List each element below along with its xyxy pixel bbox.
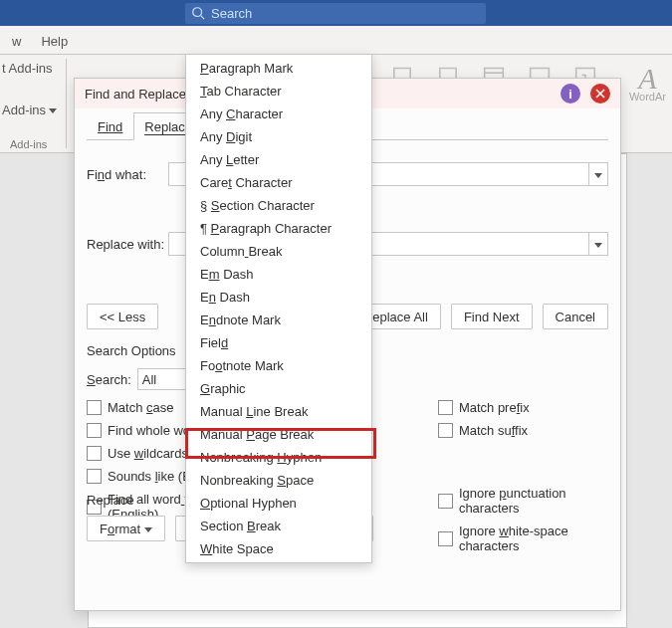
checkbox-label: Use wildcards (108, 446, 188, 461)
cancel-button[interactable]: Cancel (543, 304, 608, 329)
special-menu-item[interactable]: Manual Page Break (186, 423, 371, 446)
checkbox-icon (438, 400, 453, 415)
checkbox-icon (87, 400, 102, 415)
checkbox-label: Match case (108, 400, 173, 415)
special-menu-item[interactable]: § Section Character (186, 194, 371, 217)
special-menu-item[interactable]: Nonbreaking Hyphen (186, 446, 371, 469)
special-menu: Paragraph MarkTab CharacterAny Character… (185, 54, 372, 563)
chevron-down-icon[interactable] (588, 233, 607, 255)
special-menu-item[interactable]: Nonbreaking Space (186, 469, 371, 492)
checkbox-icon (87, 446, 102, 461)
search-box[interactable]: Search (185, 3, 486, 24)
special-menu-item[interactable]: Paragraph Mark (186, 57, 371, 80)
special-menu-item[interactable]: Field (186, 331, 371, 354)
checkbox-option[interactable]: Match suffix (438, 423, 608, 438)
ribbon-tab-strip: w Help (0, 26, 672, 55)
format-button[interactable]: Format (87, 516, 165, 541)
search-placeholder: Search (211, 6, 252, 21)
find-what-label: Find what: (87, 167, 168, 182)
special-menu-item[interactable]: Graphic (186, 377, 371, 400)
checkbox-icon (87, 423, 102, 438)
special-menu-item[interactable]: ¶ Paragraph Character (186, 217, 371, 240)
chevron-down-icon (144, 522, 152, 536)
special-menu-item[interactable]: Manual Line Break (186, 400, 371, 423)
special-menu-item[interactable]: Any Letter (186, 148, 371, 171)
svg-point-0 (193, 8, 202, 17)
search-direction-value: All (142, 372, 156, 387)
wordart-label: WordAr (629, 91, 666, 103)
ribbon-group-addins-label: Add-ins (0, 138, 47, 150)
checkbox-label: Match prefix (459, 400, 530, 415)
search-icon (191, 6, 205, 20)
replace-with-label: Replace with: (87, 237, 168, 252)
ribbon-tab-help[interactable]: Help (31, 29, 78, 54)
special-menu-item[interactable]: Em Dash (186, 263, 371, 286)
wordart-button[interactable]: A WordAr (629, 67, 666, 103)
special-menu-item[interactable]: Optional Hyphen (186, 492, 371, 515)
format-button-label: Format (100, 522, 140, 536)
special-menu-item[interactable]: Section Break (186, 515, 371, 537)
special-menu-item[interactable]: Tab Character (186, 80, 371, 103)
wordart-icon: A (629, 67, 666, 91)
special-menu-item[interactable]: Endnote Mark (186, 309, 371, 331)
tab-find[interactable]: Find (87, 112, 133, 140)
checkbox-label: Match suffix (459, 423, 528, 438)
checkbox-icon (438, 423, 453, 438)
search-direction-label: Search: (87, 372, 131, 387)
special-menu-item[interactable]: Column Break (186, 240, 371, 263)
special-menu-item[interactable]: White Space (186, 537, 371, 560)
special-menu-item[interactable]: En Dash (186, 286, 371, 309)
svg-line-1 (201, 16, 205, 20)
get-addins-button[interactable]: t Add-ins (0, 61, 64, 76)
special-menu-item[interactable]: Footnote Mark (186, 354, 371, 377)
chevron-down-icon[interactable] (588, 163, 607, 185)
special-menu-item[interactable]: Any Character (186, 103, 371, 125)
title-bar: Search (0, 0, 672, 26)
find-next-button[interactable]: Find Next (451, 304, 533, 329)
close-icon[interactable] (590, 84, 610, 104)
info-icon[interactable]: i (560, 84, 580, 104)
dialog-title: Find and Replace (85, 87, 186, 102)
less-button[interactable]: << Less (87, 304, 158, 329)
special-menu-item[interactable]: Caret Character (186, 171, 371, 194)
special-menu-item[interactable]: Any Digit (186, 125, 371, 148)
ribbon-divider (66, 59, 67, 148)
chevron-down-icon (49, 103, 57, 117)
my-addins-button[interactable]: Add-ins (0, 103, 64, 117)
checkbox-option[interactable]: Match prefix (438, 400, 608, 415)
ribbon-tab-partial[interactable]: w (2, 29, 31, 54)
checkbox-icon (87, 469, 102, 484)
